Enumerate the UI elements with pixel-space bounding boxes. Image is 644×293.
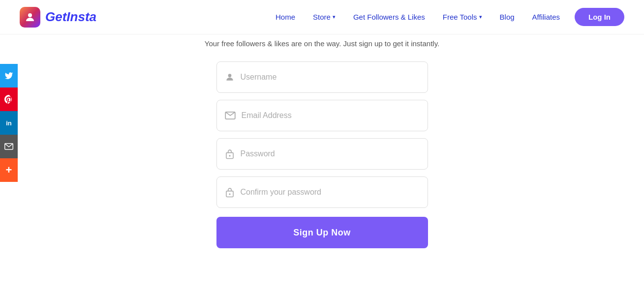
- email-share-button[interactable]: [0, 135, 18, 158]
- confirm-password-lock-icon: [225, 187, 235, 198]
- confirm-password-field-wrap: [216, 176, 428, 208]
- pinterest-icon: [4, 95, 13, 104]
- linkedin-label: in: [6, 119, 12, 127]
- password-input[interactable]: [241, 149, 420, 158]
- nav-affiliates[interactable]: Affiliates: [532, 13, 560, 21]
- password-lock-icon: [225, 148, 235, 159]
- email-input-icon: [225, 112, 236, 119]
- twitter-share-button[interactable]: [0, 64, 18, 88]
- logo-text: GetInsta: [45, 9, 96, 25]
- svg-point-7: [229, 193, 230, 195]
- svg-point-0: [28, 13, 32, 17]
- svg-point-5: [229, 155, 230, 156]
- signup-form: Sign Up Now: [216, 61, 428, 248]
- nav-blog[interactable]: Blog: [500, 13, 515, 21]
- more-share-button[interactable]: +: [0, 158, 18, 182]
- pinterest-share-button[interactable]: [0, 88, 18, 111]
- nav-store[interactable]: Store ▾: [313, 13, 336, 21]
- main-content: Your free followers & likes are on the w…: [0, 34, 644, 248]
- signup-button[interactable]: Sign Up Now: [216, 217, 428, 248]
- free-tools-chevron-icon: ▾: [479, 14, 482, 20]
- email-input[interactable]: [242, 111, 420, 120]
- nav-free-tools[interactable]: Free Tools ▾: [443, 13, 482, 21]
- user-icon: [225, 72, 235, 82]
- confirm-password-input[interactable]: [241, 188, 420, 197]
- store-chevron-icon: ▾: [333, 14, 336, 20]
- username-field-wrap: [216, 61, 428, 93]
- logo-person-icon: [24, 11, 36, 23]
- logo[interactable]: GetInsta: [20, 7, 96, 28]
- linkedin-share-button[interactable]: in: [0, 111, 18, 135]
- navbar: GetInsta Home Store ▾ Get Followers & Li…: [0, 0, 644, 34]
- twitter-icon: [4, 71, 13, 80]
- social-sidebar: in +: [0, 64, 18, 182]
- email-field-wrap: [216, 100, 428, 131]
- username-input[interactable]: [241, 73, 420, 82]
- nav-home[interactable]: Home: [276, 13, 295, 21]
- plus-icon: +: [6, 165, 12, 176]
- subtitle-text: Your free followers & likes are on the w…: [205, 39, 439, 48]
- password-field-wrap: [216, 138, 428, 170]
- nav-get-followers[interactable]: Get Followers & Likes: [353, 13, 425, 21]
- logo-icon: [20, 7, 40, 28]
- email-icon: [4, 143, 13, 150]
- svg-point-2: [228, 74, 231, 77]
- nav-links: Home Store ▾ Get Followers & Likes Free …: [276, 13, 560, 21]
- login-button[interactable]: Log In: [575, 8, 624, 26]
